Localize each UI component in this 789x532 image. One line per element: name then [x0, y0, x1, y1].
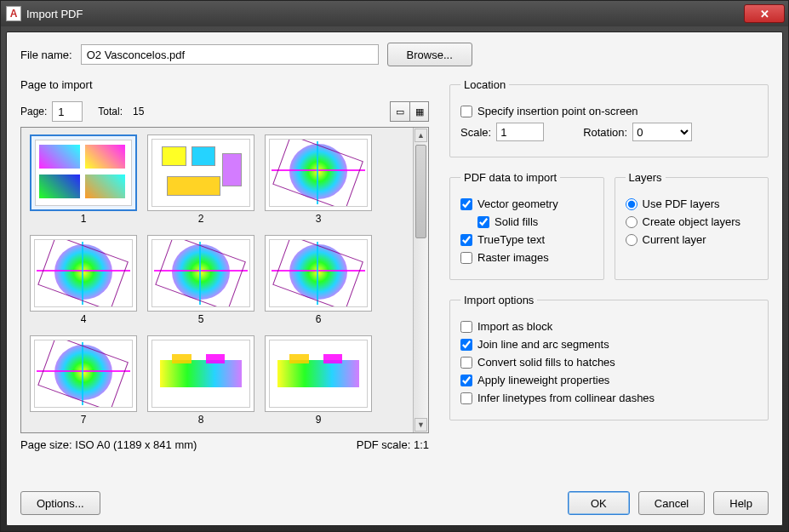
current-layer-input[interactable]: [626, 234, 637, 246]
convert-hatch-input[interactable]: [460, 357, 472, 369]
specify-point-input[interactable]: [460, 106, 472, 117]
thumbnail-image[interactable]: [147, 235, 254, 312]
page-controls: Page: Total: 15 ▭ ▦: [20, 101, 429, 122]
help-button[interactable]: Help: [713, 491, 769, 515]
thumbnail-image[interactable]: [265, 335, 372, 412]
page-info-row: Page size: ISO A0 (1189 x 841 mm) PDF sc…: [20, 438, 429, 451]
infer-linetypes-label: Infer linetypes from collinear dashes: [477, 392, 655, 404]
options-button[interactable]: Options...: [20, 491, 100, 515]
join-segments-checkbox[interactable]: Join line and arc segments: [460, 338, 758, 351]
location-legend: Location: [460, 78, 509, 91]
thumbnail[interactable]: 5: [146, 235, 256, 325]
thumbnail-image[interactable]: [265, 134, 372, 211]
titlebar: A Import PDF ✕: [1, 1, 788, 26]
create-layers-input[interactable]: [626, 216, 637, 228]
thumbnail-label: 2: [198, 213, 204, 225]
page-number-input[interactable]: [52, 101, 83, 122]
layers-legend: Layers: [626, 171, 666, 184]
thumbnail[interactable]: 1: [28, 134, 139, 225]
convert-hatch-checkbox[interactable]: Convert solid fills to hatches: [460, 356, 758, 369]
scroll-up-icon[interactable]: ▲: [415, 129, 427, 142]
pdf-data-legend: PDF data to import: [460, 171, 560, 184]
thumbnail[interactable]: 9: [263, 335, 374, 426]
raster-input[interactable]: [460, 252, 472, 264]
thumbnail-box: 1 2 3 4 5: [20, 127, 429, 433]
use-pdf-layers-label: Use PDF layers: [643, 197, 720, 210]
thumbnail[interactable]: 2: [146, 134, 256, 225]
vector-geometry-checkbox[interactable]: Vector geometry: [460, 197, 593, 210]
view-mode-buttons: ▭ ▦: [390, 101, 429, 122]
cancel-button[interactable]: Cancel: [638, 491, 705, 515]
truetype-input[interactable]: [460, 234, 472, 246]
file-name-input[interactable]: [81, 44, 379, 65]
thumbnail-label: 7: [81, 414, 87, 426]
thumbnail-label: 3: [316, 213, 322, 225]
raster-label: Raster images: [477, 251, 549, 264]
scale-input[interactable]: [496, 123, 544, 141]
import-block-input[interactable]: [460, 321, 472, 333]
thumbnail[interactable]: 7: [28, 335, 139, 426]
close-button[interactable]: ✕: [744, 4, 785, 23]
specify-point-checkbox[interactable]: Specify insertion point on-screen: [460, 105, 758, 117]
lineweight-input[interactable]: [460, 375, 472, 386]
infer-linetypes-input[interactable]: [460, 392, 472, 404]
current-layer-radio[interactable]: Current layer: [626, 233, 758, 246]
import-block-label: Import as block: [477, 320, 552, 333]
total-label: Total:: [98, 106, 123, 117]
footer: Options... OK Cancel Help: [20, 491, 769, 515]
import-options-legend: Import options: [460, 294, 537, 306]
truetype-checkbox[interactable]: TrueType text: [460, 233, 593, 246]
create-layers-radio[interactable]: Create object layers: [626, 215, 758, 228]
raster-checkbox[interactable]: Raster images: [460, 251, 593, 264]
scroll-down-icon[interactable]: ▼: [415, 418, 427, 432]
thumbnail-label: 4: [81, 313, 87, 325]
window-title: Import PDF: [26, 8, 744, 20]
thumbnail-grid: 1 2 3 4 5: [28, 134, 406, 426]
browse-button[interactable]: Browse...: [387, 43, 472, 66]
scale-rotation-row: Scale: Rotation: 0: [460, 123, 758, 141]
lineweight-label: Apply lineweight properties: [477, 374, 609, 386]
thumbnail-label: 1: [81, 213, 87, 225]
ok-button[interactable]: OK: [568, 491, 630, 515]
page-label: Page:: [20, 106, 47, 117]
page-size-label: Page size: ISO A0 (1189 x 841 mm): [20, 438, 197, 451]
import-options-group: Import options Import as block Join line…: [449, 294, 769, 420]
thumbnail-label: 5: [198, 313, 204, 325]
thumbnail[interactable]: 4: [28, 235, 139, 325]
scroll-thumb[interactable]: [415, 145, 426, 238]
total-value: 15: [133, 106, 144, 117]
join-segments-label: Join line and arc segments: [477, 338, 609, 351]
thumbnail-image[interactable]: [147, 335, 254, 412]
thumbnail-image[interactable]: [30, 235, 137, 312]
scrollbar[interactable]: ▲ ▼: [413, 128, 428, 432]
thumbnail-image[interactable]: [30, 335, 137, 412]
thumbnail-label: 9: [316, 414, 322, 426]
pdf-scale-label: PDF scale: 1:1: [357, 438, 429, 451]
lineweight-checkbox[interactable]: Apply lineweight properties: [460, 374, 758, 386]
thumbnail[interactable]: 3: [263, 134, 374, 225]
use-pdf-layers-input[interactable]: [626, 198, 637, 210]
view-grid-icon[interactable]: ▦: [409, 102, 428, 121]
thumbnail-scroll[interactable]: 1 2 3 4 5: [21, 128, 413, 432]
page-import-panel: Page to import Page: Total: 15 ▭ ▦: [20, 78, 429, 476]
join-segments-input[interactable]: [460, 339, 472, 351]
dialog-body: File name: Browse... Page to import Page…: [6, 31, 783, 526]
thumbnail-image[interactable]: [147, 134, 254, 211]
main-columns: Page to import Page: Total: 15 ▭ ▦: [20, 78, 769, 476]
thumbnail[interactable]: 8: [146, 335, 256, 426]
vector-geometry-input[interactable]: [460, 198, 472, 210]
rotation-select[interactable]: 0: [632, 123, 692, 141]
thumbnail-label: 6: [316, 313, 322, 325]
import-block-checkbox[interactable]: Import as block: [460, 320, 758, 333]
infer-linetypes-checkbox[interactable]: Infer linetypes from collinear dashes: [460, 392, 758, 404]
app-icon: A: [6, 6, 21, 21]
truetype-label: TrueType text: [477, 233, 545, 246]
thumbnail-image[interactable]: [30, 134, 137, 211]
thumbnail-image[interactable]: [265, 235, 372, 312]
solid-fills-checkbox[interactable]: Solid fills: [477, 215, 593, 228]
thumbnail[interactable]: 6: [263, 235, 374, 325]
view-single-icon[interactable]: ▭: [391, 102, 409, 121]
solid-fills-input[interactable]: [477, 216, 489, 228]
convert-hatch-label: Convert solid fills to hatches: [477, 356, 615, 369]
use-pdf-layers-radio[interactable]: Use PDF layers: [626, 197, 758, 210]
